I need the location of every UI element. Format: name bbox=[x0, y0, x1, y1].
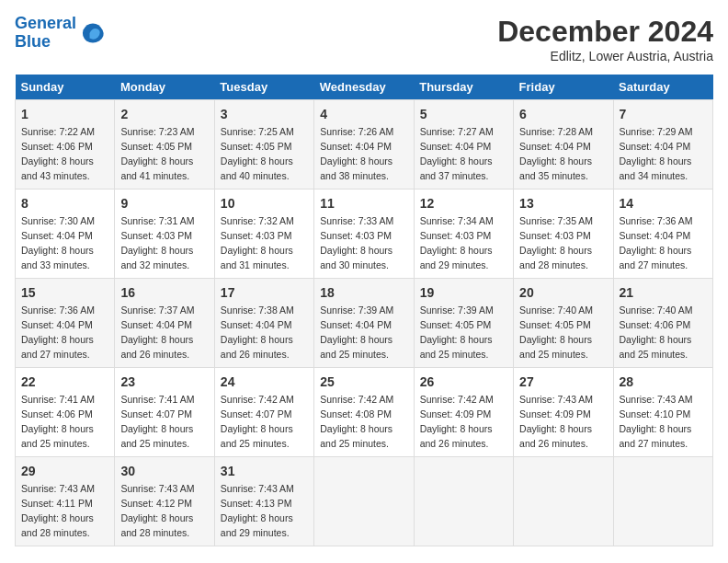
calendar-week-row: 1 Sunrise: 7:22 AMSunset: 4:06 PMDayligh… bbox=[16, 100, 713, 190]
day-number: 24 bbox=[221, 373, 308, 391]
day-number: 5 bbox=[420, 105, 507, 123]
weekday-header: Thursday bbox=[414, 75, 513, 100]
day-info: Sunrise: 7:35 AMSunset: 4:03 PMDaylight:… bbox=[519, 215, 593, 270]
calendar-week-row: 22 Sunrise: 7:41 AMSunset: 4:06 PMDaylig… bbox=[16, 368, 713, 457]
calendar-cell: 4 Sunrise: 7:26 AMSunset: 4:04 PMDayligh… bbox=[314, 100, 414, 190]
day-info: Sunrise: 7:43 AMSunset: 4:09 PMDaylight:… bbox=[519, 394, 593, 449]
month-title: December 2024 bbox=[497, 15, 713, 49]
calendar-cell: 13 Sunrise: 7:35 AMSunset: 4:03 PMDaylig… bbox=[514, 190, 613, 279]
calendar-cell: 28 Sunrise: 7:43 AMSunset: 4:10 PMDaylig… bbox=[613, 368, 712, 457]
calendar-cell: 1 Sunrise: 7:22 AMSunset: 4:06 PMDayligh… bbox=[16, 100, 115, 190]
calendar-cell: 19 Sunrise: 7:39 AMSunset: 4:05 PMDaylig… bbox=[414, 279, 513, 368]
day-number: 31 bbox=[221, 462, 308, 480]
day-info: Sunrise: 7:33 AMSunset: 4:03 PMDaylight:… bbox=[320, 215, 393, 270]
calendar-cell: 23 Sunrise: 7:41 AMSunset: 4:07 PMDaylig… bbox=[115, 368, 214, 457]
day-info: Sunrise: 7:29 AMSunset: 4:04 PMDaylight:… bbox=[620, 126, 693, 181]
calendar-cell: 27 Sunrise: 7:43 AMSunset: 4:09 PMDaylig… bbox=[514, 368, 613, 457]
calendar-cell: 16 Sunrise: 7:37 AMSunset: 4:04 PMDaylig… bbox=[115, 279, 214, 368]
day-info: Sunrise: 7:43 AMSunset: 4:13 PMDaylight:… bbox=[221, 483, 294, 538]
calendar-week-row: 29 Sunrise: 7:43 AMSunset: 4:11 PMDaylig… bbox=[16, 457, 713, 546]
day-number: 29 bbox=[21, 462, 108, 480]
day-number: 11 bbox=[320, 194, 407, 213]
calendar-cell: 7 Sunrise: 7:29 AMSunset: 4:04 PMDayligh… bbox=[613, 100, 712, 190]
day-number: 20 bbox=[519, 283, 607, 302]
day-number: 30 bbox=[120, 462, 208, 480]
calendar-cell: 5 Sunrise: 7:27 AMSunset: 4:04 PMDayligh… bbox=[414, 100, 513, 190]
calendar-cell bbox=[613, 457, 712, 546]
calendar-cell: 31 Sunrise: 7:43 AMSunset: 4:13 PMDaylig… bbox=[214, 457, 313, 546]
day-number: 10 bbox=[221, 194, 308, 213]
day-info: Sunrise: 7:26 AMSunset: 4:04 PMDaylight:… bbox=[320, 126, 393, 181]
logo-text: GeneralBlue bbox=[15, 15, 76, 52]
day-info: Sunrise: 7:39 AMSunset: 4:04 PMDaylight:… bbox=[320, 304, 393, 360]
calendar-cell: 17 Sunrise: 7:38 AMSunset: 4:04 PMDaylig… bbox=[214, 279, 313, 368]
day-number: 25 bbox=[320, 373, 407, 391]
weekday-header: Tuesday bbox=[214, 75, 313, 100]
day-info: Sunrise: 7:40 AMSunset: 4:05 PMDaylight:… bbox=[519, 304, 593, 360]
day-number: 14 bbox=[620, 194, 707, 213]
calendar-cell bbox=[314, 457, 414, 546]
day-number: 12 bbox=[420, 194, 507, 213]
weekday-header: Monday bbox=[115, 75, 214, 100]
calendar-cell: 9 Sunrise: 7:31 AMSunset: 4:03 PMDayligh… bbox=[115, 190, 214, 279]
day-info: Sunrise: 7:22 AMSunset: 4:06 PMDaylight:… bbox=[21, 126, 95, 181]
calendar-week-row: 15 Sunrise: 7:36 AMSunset: 4:04 PMDaylig… bbox=[16, 279, 713, 368]
day-info: Sunrise: 7:40 AMSunset: 4:06 PMDaylight:… bbox=[620, 304, 693, 360]
calendar-cell: 22 Sunrise: 7:41 AMSunset: 4:06 PMDaylig… bbox=[16, 368, 115, 457]
calendar-cell bbox=[514, 457, 613, 546]
day-number: 4 bbox=[320, 105, 407, 123]
day-info: Sunrise: 7:43 AMSunset: 4:10 PMDaylight:… bbox=[620, 394, 693, 449]
weekday-header: Wednesday bbox=[314, 75, 414, 100]
day-number: 6 bbox=[519, 105, 607, 123]
calendar-table: SundayMondayTuesdayWednesdayThursdayFrid… bbox=[15, 75, 713, 546]
calendar-cell: 21 Sunrise: 7:40 AMSunset: 4:06 PMDaylig… bbox=[613, 279, 712, 368]
day-info: Sunrise: 7:27 AMSunset: 4:04 PMDaylight:… bbox=[420, 126, 494, 181]
day-number: 21 bbox=[620, 283, 707, 302]
day-info: Sunrise: 7:37 AMSunset: 4:04 PMDaylight:… bbox=[120, 304, 194, 360]
day-info: Sunrise: 7:43 AMSunset: 4:11 PMDaylight:… bbox=[21, 483, 95, 538]
day-info: Sunrise: 7:25 AMSunset: 4:05 PMDaylight:… bbox=[221, 126, 294, 181]
calendar-cell: 15 Sunrise: 7:36 AMSunset: 4:04 PMDaylig… bbox=[16, 279, 115, 368]
location: Edlitz, Lower Austria, Austria bbox=[497, 49, 713, 63]
logo-icon bbox=[80, 20, 106, 46]
calendar-cell: 25 Sunrise: 7:42 AMSunset: 4:08 PMDaylig… bbox=[314, 368, 414, 457]
day-number: 13 bbox=[519, 194, 607, 213]
calendar-cell: 24 Sunrise: 7:42 AMSunset: 4:07 PMDaylig… bbox=[214, 368, 313, 457]
calendar-cell: 18 Sunrise: 7:39 AMSunset: 4:04 PMDaylig… bbox=[314, 279, 414, 368]
day-number: 22 bbox=[21, 373, 108, 391]
day-number: 9 bbox=[120, 194, 208, 213]
day-number: 28 bbox=[620, 373, 707, 391]
day-info: Sunrise: 7:41 AMSunset: 4:07 PMDaylight:… bbox=[120, 394, 194, 449]
logo: GeneralBlue bbox=[15, 15, 106, 52]
day-number: 15 bbox=[21, 283, 108, 302]
day-info: Sunrise: 7:38 AMSunset: 4:04 PMDaylight:… bbox=[221, 304, 294, 360]
day-info: Sunrise: 7:31 AMSunset: 4:03 PMDaylight:… bbox=[120, 215, 194, 270]
calendar-cell: 8 Sunrise: 7:30 AMSunset: 4:04 PMDayligh… bbox=[16, 190, 115, 279]
calendar-cell: 2 Sunrise: 7:23 AMSunset: 4:05 PMDayligh… bbox=[115, 100, 214, 190]
weekday-header: Saturday bbox=[613, 75, 712, 100]
page-header: GeneralBlue December 2024 Edlitz, Lower … bbox=[15, 15, 713, 63]
calendar-cell: 26 Sunrise: 7:42 AMSunset: 4:09 PMDaylig… bbox=[414, 368, 513, 457]
day-number: 18 bbox=[320, 283, 407, 302]
weekday-header-row: SundayMondayTuesdayWednesdayThursdayFrid… bbox=[16, 75, 713, 100]
day-info: Sunrise: 7:39 AMSunset: 4:05 PMDaylight:… bbox=[420, 304, 494, 360]
title-block: December 2024 Edlitz, Lower Austria, Aus… bbox=[497, 15, 713, 63]
day-info: Sunrise: 7:43 AMSunset: 4:12 PMDaylight:… bbox=[120, 483, 194, 538]
calendar-cell: 11 Sunrise: 7:33 AMSunset: 4:03 PMDaylig… bbox=[314, 190, 414, 279]
calendar-cell bbox=[414, 457, 513, 546]
day-info: Sunrise: 7:42 AMSunset: 4:07 PMDaylight:… bbox=[221, 394, 294, 449]
day-number: 17 bbox=[221, 283, 308, 302]
day-info: Sunrise: 7:34 AMSunset: 4:03 PMDaylight:… bbox=[420, 215, 494, 270]
day-number: 3 bbox=[221, 105, 308, 123]
weekday-header: Sunday bbox=[16, 75, 115, 100]
day-number: 27 bbox=[519, 373, 607, 391]
day-info: Sunrise: 7:41 AMSunset: 4:06 PMDaylight:… bbox=[21, 394, 95, 449]
day-number: 8 bbox=[21, 194, 108, 213]
calendar-week-row: 8 Sunrise: 7:30 AMSunset: 4:04 PMDayligh… bbox=[16, 190, 713, 279]
day-info: Sunrise: 7:42 AMSunset: 4:09 PMDaylight:… bbox=[420, 394, 494, 449]
day-info: Sunrise: 7:28 AMSunset: 4:04 PMDaylight:… bbox=[519, 126, 593, 181]
calendar-cell: 3 Sunrise: 7:25 AMSunset: 4:05 PMDayligh… bbox=[214, 100, 313, 190]
day-info: Sunrise: 7:32 AMSunset: 4:03 PMDaylight:… bbox=[221, 215, 294, 270]
day-number: 1 bbox=[21, 105, 108, 123]
calendar-cell: 12 Sunrise: 7:34 AMSunset: 4:03 PMDaylig… bbox=[414, 190, 513, 279]
